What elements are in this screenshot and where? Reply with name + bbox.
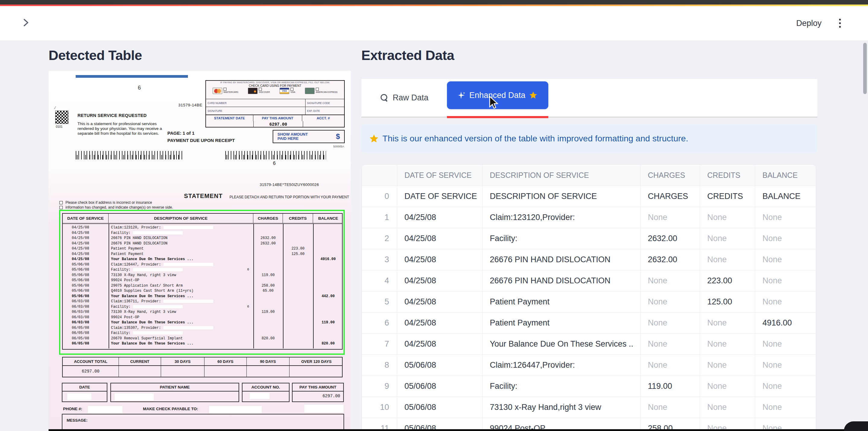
table-cell[interactable]: Facility: <box>483 228 641 249</box>
table-cell[interactable]: None <box>641 270 700 291</box>
table-cell[interactable]: CHARGES <box>641 186 700 207</box>
column-header[interactable] <box>362 165 397 186</box>
table-cell[interactable]: None <box>641 292 700 312</box>
table-cell[interactable]: Your Balance Due On These Services .. <box>483 334 641 355</box>
scan-table-row: 06/03/08Facility:6 <box>63 305 342 310</box>
dataframe-header-row: DATE OF SERVICEDESCRIPTION OF SERVICECHA… <box>362 165 816 186</box>
check-card-line: CHECK CARD USING FOR PAYMENT <box>206 84 344 88</box>
table-cell[interactable]: CREDITS <box>700 186 755 207</box>
table-cell[interactable]: None <box>700 355 755 375</box>
row-index: 10 <box>362 397 397 418</box>
enhanced-info-banner: This is our enhanced version of the tabl… <box>361 125 817 153</box>
page-scrollbar[interactable] <box>863 43 867 94</box>
table-cell[interactable]: None <box>755 207 816 228</box>
card-brand-logos: MASTERCARD DISCOVER VISA AMERICAN EXPRES… <box>206 88 344 99</box>
table-row[interactable]: 104/25/08Claim:123120,Provider:NoneNoneN… <box>362 207 816 228</box>
signature-code-label: SIGNATURE CODE <box>307 102 330 105</box>
table-cell[interactable]: DATE OF SERVICE <box>397 186 483 207</box>
table-cell[interactable]: 05/06/08 <box>397 397 483 418</box>
table-cell[interactable]: DESCRIPTION OF SERVICE <box>483 186 641 207</box>
scan-table-row: 06/03/0873130 X-Ray Hand, right 3 view11… <box>63 310 342 315</box>
table-cell[interactable]: None <box>755 397 816 418</box>
column-header[interactable]: DATE OF SERVICE <box>397 165 483 186</box>
table-cell[interactable]: None <box>755 292 816 312</box>
table-cell[interactable]: None <box>755 334 816 355</box>
detach-code: 31579-14BE*TE50IZUY6000026 <box>260 183 319 187</box>
table-row[interactable]: 404/25/0826676 PIN HAND DISLOCATIONNone2… <box>362 270 816 291</box>
column-header[interactable]: CHARGES <box>641 165 700 186</box>
table-cell[interactable]: None <box>700 376 755 397</box>
table-cell[interactable]: None <box>755 228 816 249</box>
extracted-dataframe[interactable]: DATE OF SERVICEDESCRIPTION OF SERVICECHA… <box>362 164 816 431</box>
active-tab-indicator <box>447 116 548 118</box>
table-cell[interactable]: 04/25/08 <box>397 207 483 228</box>
table-cell[interactable]: 2632.00 <box>641 228 700 249</box>
table-cell[interactable]: 05/06/08 <box>397 355 483 375</box>
open-sidebar-chevron-icon[interactable] <box>21 18 30 28</box>
table-cell[interactable]: None <box>755 270 816 291</box>
table-cell[interactable]: 04/25/08 <box>397 249 483 270</box>
table-row[interactable]: 1005/06/0873130 x-Ray Hand,right 3 viewN… <box>362 397 816 418</box>
table-cell[interactable]: 125.00 <box>700 292 755 312</box>
main-menu-kebab-icon[interactable] <box>837 17 843 30</box>
table-row[interactable]: 905/06/08Facility:119.00NoneNone <box>362 375 816 397</box>
table-cell[interactable]: BALANCE <box>755 186 816 207</box>
table-cell[interactable]: 26676 PIN HAND DISLOCATION <box>483 270 641 291</box>
column-header[interactable]: BALANCE <box>755 165 816 186</box>
table-cell[interactable]: None <box>700 207 755 228</box>
row-index: 4 <box>362 270 397 291</box>
address-note-line1: Please check box if address is incorrect… <box>65 200 152 205</box>
table-cell[interactable]: None <box>755 355 816 375</box>
table-cell[interactable]: None <box>641 334 700 355</box>
table-cell[interactable]: Facility: <box>483 376 641 397</box>
table-cell[interactable]: 4916.00 <box>755 312 816 333</box>
table-row[interactable]: 805/06/08Claim:126447,Provider:NoneNoneN… <box>362 355 816 375</box>
table-row[interactable]: 204/25/08Facility:2632.00NoneNone <box>362 228 816 249</box>
table-cell[interactable]: 04/25/08 <box>397 270 483 291</box>
table-cell[interactable]: None <box>700 228 755 249</box>
table-cell[interactable]: None <box>755 249 816 270</box>
exp-date-label: EXP. DATE <box>307 109 320 112</box>
table-cell[interactable]: 04/25/08 <box>397 292 483 312</box>
table-cell[interactable]: None <box>700 334 755 355</box>
deploy-button[interactable]: Deploy <box>796 19 822 28</box>
table-cell[interactable]: None <box>641 207 700 228</box>
table-cell[interactable]: None <box>700 397 755 418</box>
table-cell[interactable]: None <box>641 397 700 418</box>
table-row[interactable]: 0DATE OF SERVICEDESCRIPTION OF SERVICECH… <box>362 186 816 207</box>
table-cell[interactable]: 119.00 <box>641 376 700 397</box>
mastercard-checkbox <box>223 88 226 91</box>
column-header[interactable]: DESCRIPTION OF SERVICE <box>483 165 641 186</box>
table-cell[interactable]: 73130 x-Ray Hand,right 3 view <box>483 397 641 418</box>
slip-account-no-box: ACCOUNT NO. <box>242 383 289 402</box>
table-row[interactable]: 704/25/08Your Balance Due On These Servi… <box>362 333 816 355</box>
slip-pay-amount-box: PAY THIS AMOUNT 6297.00 <box>292 383 344 402</box>
table-cell[interactable]: 05/06/08 <box>397 376 483 397</box>
star-icon <box>369 134 379 143</box>
table-cell[interactable]: None <box>700 312 755 333</box>
table-cell[interactable]: 26676 PIN HAND DISLOCATION <box>483 249 641 270</box>
postal-barcode-left <box>76 151 183 160</box>
table-cell[interactable]: 04/25/08 <box>397 334 483 355</box>
table-cell[interactable]: Patient Payment <box>483 312 641 333</box>
table-cell[interactable]: None <box>641 312 700 333</box>
table-cell[interactable]: None <box>700 249 755 270</box>
table-cell[interactable]: 2632.00 <box>641 249 700 270</box>
table-cell[interactable]: 223.00 <box>700 270 755 291</box>
table-cell[interactable]: 04/25/08 <box>397 228 483 249</box>
table-cell[interactable]: 04/25/08 <box>397 312 483 333</box>
message-box: MESSAGE: <box>62 414 344 431</box>
message-label: MESSAGE: <box>67 418 88 423</box>
table-cell[interactable]: None <box>755 376 816 397</box>
scan-table-row: 04/25/08Patient Payment223.00 <box>63 246 342 252</box>
table-row[interactable]: 304/25/0826676 PIN HAND DISLOCATION2632.… <box>362 249 816 270</box>
column-header[interactable]: CREDITS <box>700 165 755 186</box>
table-cell[interactable]: None <box>641 355 700 375</box>
table-cell[interactable]: Patient Payment <box>483 292 641 312</box>
info-message: This is our enhanced version of the tabl… <box>382 134 688 143</box>
table-cell[interactable]: Claim:126447,Provider: <box>483 355 641 375</box>
table-row[interactable]: 604/25/08Patient PaymentNoneNone4916.00 <box>362 312 816 333</box>
table-row[interactable]: 504/25/08Patient PaymentNone125.00None <box>362 291 816 312</box>
table-cell[interactable]: Claim:123120,Provider: <box>483 207 641 228</box>
tab-raw-data[interactable]: Raw Data <box>381 79 429 117</box>
